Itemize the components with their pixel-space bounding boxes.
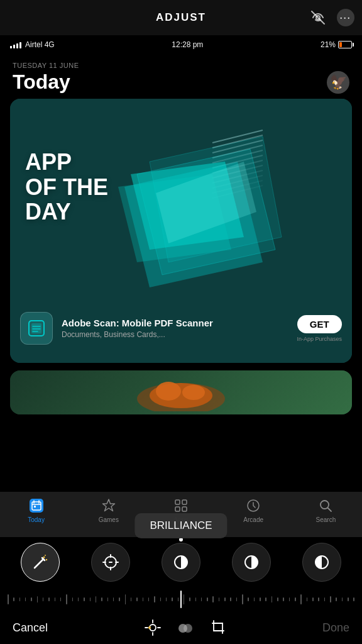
tab-today-label: Today <box>28 516 45 523</box>
brilliance-tool-button[interactable] <box>162 543 200 582</box>
avatar[interactable]: 🦅 <box>327 71 349 94</box>
slider-tick <box>224 597 226 601</box>
slider-tick <box>324 597 326 601</box>
slider-tick <box>131 597 132 601</box>
auto-tool-button[interactable] <box>21 543 60 582</box>
cancel-button[interactable]: Cancel <box>13 621 48 635</box>
slider-tick <box>13 597 14 601</box>
slider-tick <box>37 596 38 602</box>
animal-hint <box>118 374 244 411</box>
slider-tick <box>207 597 208 601</box>
app-icon <box>20 312 53 345</box>
svg-rect-33 <box>34 506 36 508</box>
slider-tick <box>184 594 185 604</box>
slider-tick <box>348 597 349 601</box>
date-label: TUESDAY 11 JUNE <box>13 62 349 69</box>
slider-tick <box>55 597 56 601</box>
svg-point-45 <box>45 555 46 556</box>
svg-point-60 <box>148 626 151 629</box>
svg-point-44 <box>46 559 47 560</box>
slider-tick <box>219 597 220 601</box>
svg-line-41 <box>35 559 43 568</box>
signal-bar-1 <box>10 46 12 48</box>
aotd-bottom: Adobe Scan: Mobile PDF Scanner Documents… <box>10 294 352 363</box>
today-icon <box>30 499 43 513</box>
tab-arcade[interactable]: Arcade <box>217 497 290 523</box>
tab-search[interactable]: Search <box>290 497 362 523</box>
filter-icon[interactable] <box>177 619 194 636</box>
today-title: Today <box>13 70 70 94</box>
slider-bar[interactable]: // Generate ticks inline (function(){ co… <box>0 587 362 611</box>
bottom-center-icons <box>144 619 227 636</box>
today-tab-icon <box>28 497 45 514</box>
signal-bars <box>10 41 21 48</box>
done-button[interactable]: Done <box>322 621 349 635</box>
carrier-label: Airtel 4G <box>25 40 55 49</box>
slider-tick <box>19 597 21 601</box>
wand-icon <box>31 553 50 572</box>
slider-tick <box>289 597 290 601</box>
battery-percent: 21% <box>321 40 336 49</box>
slider-tick <box>300 594 302 604</box>
slider-tick <box>166 597 167 601</box>
slider-tick <box>43 597 44 601</box>
slider-tick <box>195 597 197 601</box>
aotd-label: APP OF THE DAY <box>25 150 108 225</box>
games-tab-icon <box>100 497 118 514</box>
aotd-graphic: APP OF THE DAY <box>10 99 352 294</box>
eye-off-icon[interactable] <box>309 9 327 26</box>
dot <box>179 538 183 541</box>
slider-tick <box>178 597 179 601</box>
slider-tick <box>107 597 109 601</box>
top-bar: ADJUST ●●● <box>0 0 362 35</box>
app-info: Adobe Scan: Mobile PDF Scanner Documents… <box>62 318 288 339</box>
page-title: ADJUST <box>156 11 206 24</box>
status-bar: Airtel 4G 12:28 pm 21% <box>0 35 362 54</box>
status-bar-left: Airtel 4G <box>10 40 55 49</box>
slider-tick <box>154 596 155 602</box>
slider-tick <box>353 597 354 601</box>
tab-games[interactable]: Games <box>72 497 145 523</box>
get-button-wrap: GET In-App Purchases <box>297 315 342 342</box>
aotd-line2: OF THE <box>25 175 108 200</box>
slider-tick <box>72 597 74 601</box>
crop-icon[interactable] <box>209 619 227 636</box>
slider-tick <box>265 597 266 601</box>
svg-point-28 <box>182 385 205 400</box>
shadows-tool-button[interactable] <box>302 543 341 582</box>
app-desc: Documents, Business Cards,... <box>62 330 288 339</box>
svg-point-27 <box>156 382 181 401</box>
slider-tick <box>84 597 85 601</box>
slider-tick <box>172 597 173 601</box>
slider-tick <box>307 597 308 601</box>
in-app-label: In-App Purchases <box>297 336 342 342</box>
slider-tick <box>342 597 343 601</box>
aotd-card[interactable]: APP OF THE DAY Adobe Scan: Mobile PDF Sc… <box>10 99 352 363</box>
slider-tick <box>31 597 32 601</box>
second-card[interactable] <box>10 370 352 414</box>
slider-tick <box>330 596 331 602</box>
tab-search-label: Search <box>316 516 336 523</box>
more-icon[interactable]: ●●● <box>337 9 354 26</box>
adjust-icon[interactable] <box>144 619 162 636</box>
slider-tick <box>277 597 278 601</box>
today-title-row: Today 🦅 <box>13 70 349 94</box>
time-label: 12:28 pm <box>172 40 203 49</box>
slider-tick <box>148 597 150 601</box>
bottom-bar: Cancel Done <box>0 611 362 644</box>
svg-rect-37 <box>182 507 187 511</box>
tab-bar: Today Games Apps Arcade <box>0 492 362 537</box>
highlights-tool-button[interactable] <box>232 543 271 582</box>
phone-content: TUESDAY 11 JUNE Today 🦅 <box>0 54 362 537</box>
slider-needle <box>180 591 182 608</box>
aotd-line1: APP <box>25 150 108 175</box>
app-name: Adobe Scan: Mobile PDF Scanner <box>62 318 288 329</box>
tab-apps[interactable]: Apps <box>145 497 217 523</box>
exposure-icon <box>101 553 120 572</box>
svg-rect-29 <box>32 502 41 510</box>
exposure-tool-button[interactable] <box>91 543 130 582</box>
apps-tab-icon <box>172 497 190 514</box>
tab-today[interactable]: Today <box>0 497 72 523</box>
get-button[interactable]: GET <box>297 315 342 333</box>
tab-apps-label: Apps <box>174 516 189 523</box>
